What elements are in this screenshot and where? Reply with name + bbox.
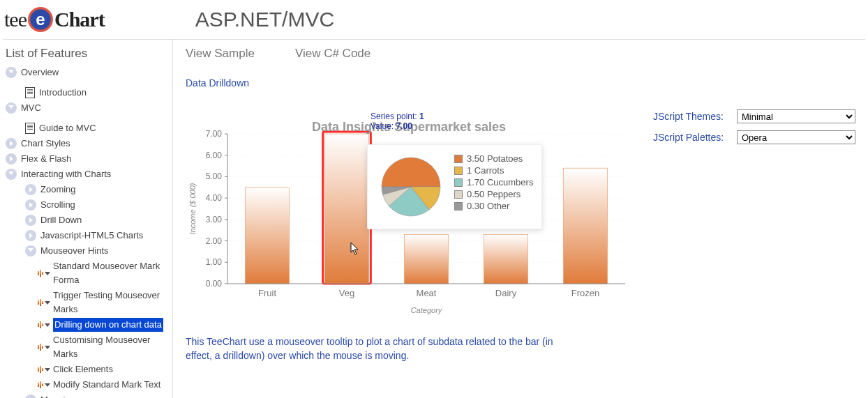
arrow-right-icon — [25, 230, 36, 241]
arrow-right-icon — [25, 184, 36, 195]
tooltip-value-value: 7.00 — [396, 121, 412, 131]
bar-dairy[interactable] — [484, 234, 528, 284]
arrow-right-icon — [25, 215, 36, 226]
svg-text:Veg: Veg — [339, 288, 354, 298]
tooltip-series-label: Series point: — [371, 112, 417, 121]
sidebar-item-label: Chart Styles — [21, 137, 70, 151]
section-link[interactable]: Data Drilldown — [186, 77, 249, 89]
sidebar-item-label: Scrolling — [40, 198, 75, 212]
sidebar-item-label: Mouseover Hints — [40, 244, 109, 258]
sidebar-item-label: Standard Mouseover Mark Forma — [53, 259, 170, 287]
legend-label: 1 Carrots — [467, 165, 504, 176]
pie-slice-potatoes — [382, 158, 440, 187]
sidebar: List of Features OverviewIntroductionMVC… — [0, 40, 173, 398]
arrow-right-icon — [25, 395, 36, 398]
legend-swatch-icon — [454, 178, 463, 187]
sidebar-item-label: Drill Down — [40, 213, 82, 227]
sidebar-title: List of Features — [6, 47, 170, 61]
arrow-right-icon — [6, 153, 17, 164]
pie-tooltip: 3.50 Potatoes1 Carrots1.70 Cucumbers0.50… — [367, 144, 542, 229]
legend-label: 0.30 Other — [467, 201, 509, 211]
sidebar-item-drilling-down-on-chart-data[interactable]: Drilling down on chart data — [38, 317, 170, 332]
tab-view-sample[interactable]: View Sample — [186, 47, 255, 61]
chart-leaf-icon — [38, 366, 50, 373]
bar-fruit[interactable] — [246, 187, 290, 284]
sidebar-item-label: Trigger Testing Mouseover Marks — [53, 289, 170, 316]
arrow-down-icon — [6, 169, 17, 180]
sidebar-item-label: Zooming — [40, 183, 76, 197]
sidebar-item-flex-flash[interactable]: Flex & Flash — [6, 151, 170, 167]
sidebar-item-interacting-with-charts[interactable]: Interacting with Charts — [6, 167, 170, 182]
legend-label: 0.50 Peppers — [467, 189, 521, 199]
arrow-right-icon — [25, 199, 36, 211]
tab-view-csharp[interactable]: View C# Code — [295, 47, 371, 61]
legend-item-other: 0.30 Other — [454, 201, 533, 211]
svg-text:0.00: 0.00 — [206, 279, 223, 289]
sidebar-item-guide-to-mvc[interactable]: Guide to MVC — [25, 121, 170, 136]
legend-label: 1.70 Cucumbers — [467, 177, 533, 187]
sidebar-item-overview[interactable]: Overview — [6, 65, 170, 80]
sidebar-item-modify-standard-mark-text[interactable]: Modify Standard Mark Text — [38, 377, 170, 392]
main-panel: View Sample View C# Code Data Drilldown … — [173, 40, 868, 398]
svg-text:1.00: 1.00 — [206, 257, 223, 267]
chart-leaf-icon — [38, 270, 50, 277]
arrow-down-icon — [6, 67, 17, 78]
sidebar-item-label: Customising Mouseover Marks — [53, 333, 170, 361]
pie-chart — [376, 152, 446, 222]
logo-e-icon: e — [28, 7, 53, 32]
svg-text:Dairy: Dairy — [495, 288, 517, 298]
sidebar-item-label: Interacting with Charts — [21, 167, 111, 181]
controls-panel: JScript Themes: Minimal JScript Palettes… — [653, 109, 855, 151]
bar-frozen[interactable] — [564, 168, 608, 284]
sidebar-item-mouseover-hints[interactable]: Mouseover Hints — [25, 243, 170, 259]
logo: tee e Chart — [4, 7, 105, 32]
document-icon — [25, 87, 35, 98]
palettes-select[interactable]: Opera — [737, 130, 855, 144]
bar-veg[interactable] — [325, 134, 369, 284]
svg-text:6.00: 6.00 — [206, 151, 223, 160]
sidebar-item-chart-styles[interactable]: Chart Styles — [6, 136, 170, 151]
sidebar-item-label: Mapping — [40, 393, 75, 398]
sidebar-item-standard-mouseover-mark-forma[interactable]: Standard Mouseover Mark Forma — [38, 259, 170, 288]
svg-text:3.00: 3.00 — [206, 215, 223, 224]
legend-swatch-icon — [454, 190, 463, 199]
themes-label: JScript Themes: — [653, 111, 737, 122]
svg-text:2.00: 2.00 — [206, 236, 223, 246]
svg-text:Fruit: Fruit — [258, 288, 276, 298]
sidebar-item-zooming[interactable]: Zooming — [25, 182, 170, 197]
logo-text-tee: tee — [4, 8, 27, 31]
sidebar-item-customising-mouseover-marks[interactable]: Customising Mouseover Marks — [38, 332, 170, 362]
legend-swatch-icon — [454, 167, 463, 175]
chart-holder: Data Insights Supermarket sales Series p… — [186, 109, 632, 319]
sidebar-item-trigger-testing-mouseover-marks[interactable]: Trigger Testing Mouseover Marks — [38, 288, 170, 317]
sidebar-item-drill-down[interactable]: Drill Down — [25, 213, 170, 228]
sidebar-item-scrolling[interactable]: Scrolling — [25, 197, 170, 213]
document-icon — [25, 123, 35, 134]
pie-legend: 3.50 Potatoes1 Carrots1.70 Cucumbers0.50… — [454, 152, 533, 222]
svg-text:5.00: 5.00 — [206, 171, 223, 181]
sidebar-item-label: Drilling down on chart data — [53, 318, 163, 332]
arrow-down-icon — [6, 102, 17, 114]
arrow-right-icon — [6, 138, 17, 149]
sidebar-item-javascript-html5-charts[interactable]: Javascript-HTML5 Charts — [25, 228, 170, 243]
svg-text:Meat: Meat — [417, 288, 437, 298]
sidebar-item-label: MVC — [21, 101, 41, 115]
legend-swatch-icon — [454, 155, 463, 163]
palettes-label: JScript Palettes: — [653, 132, 737, 143]
themes-select[interactable]: Minimal — [737, 109, 855, 123]
chart-leaf-icon — [38, 381, 50, 388]
sidebar-item-mapping[interactable]: Mapping — [25, 392, 170, 398]
legend-item-potatoes: 3.50 Potatoes — [454, 153, 533, 164]
tabs: View Sample View C# Code — [186, 47, 855, 61]
tooltip-value-label: Value: — [371, 121, 394, 131]
chart-leaf-icon — [38, 344, 50, 351]
chart-leaf-icon — [38, 299, 50, 306]
bar-meat[interactable] — [405, 234, 449, 284]
tooltip-series-value: 1 — [419, 112, 424, 121]
sidebar-item-label: Click Elements — [53, 362, 113, 376]
sidebar-item-introduction[interactable]: Introduction — [25, 85, 170, 100]
sidebar-item-click-elements[interactable]: Click Elements — [38, 362, 170, 377]
sidebar-item-mvc[interactable]: MVC — [6, 100, 170, 116]
page-title: ASP.NET/MVC — [195, 8, 335, 31]
legend-item-cucumbers: 1.70 Cucumbers — [454, 177, 533, 187]
